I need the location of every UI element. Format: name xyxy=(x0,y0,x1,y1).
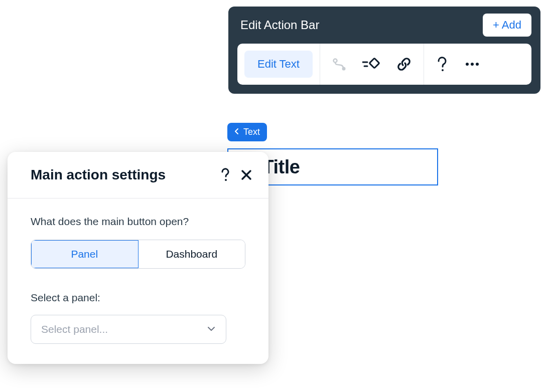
add-button[interactable]: + Add xyxy=(483,14,531,37)
action-bar-title: Edit Action Bar xyxy=(237,18,319,32)
help-icon[interactable] xyxy=(436,56,449,72)
action-toolbar: Edit Text xyxy=(237,44,531,85)
segment-dashboard[interactable]: Dashboard xyxy=(139,240,245,268)
select-panel-dropdown[interactable]: Select panel... xyxy=(31,315,226,344)
chevron-left-icon xyxy=(234,128,239,137)
svg-point-7 xyxy=(471,63,474,66)
svg-point-5 xyxy=(442,69,444,71)
chevron-down-icon xyxy=(207,325,216,334)
svg-rect-4 xyxy=(369,58,379,68)
more-icon[interactable] xyxy=(464,57,480,72)
text-chip-label: Text xyxy=(243,127,260,137)
svg-point-6 xyxy=(466,63,469,66)
text-chip[interactable]: Text xyxy=(227,123,267,141)
settings-help-icon[interactable] xyxy=(220,168,231,182)
edit-text-button[interactable]: Edit Text xyxy=(244,51,313,78)
settings-body: What does the main button open? Panel Da… xyxy=(8,199,268,364)
close-icon[interactable] xyxy=(240,169,252,181)
toolbar-section-icons xyxy=(320,44,424,85)
svg-point-9 xyxy=(225,179,227,181)
svg-point-8 xyxy=(476,63,479,66)
main-action-settings-panel: Main action settings What does the main … xyxy=(8,152,268,364)
link-icon[interactable] xyxy=(396,57,412,72)
svg-point-1 xyxy=(342,67,345,71)
toolbar-section-edit: Edit Text xyxy=(237,44,320,85)
settings-header-icons xyxy=(220,168,252,182)
segment-panel[interactable]: Panel xyxy=(31,240,139,268)
open-target-segmented: Panel Dashboard xyxy=(31,240,245,269)
settings-header: Main action settings xyxy=(8,152,268,199)
select-placeholder: Select panel... xyxy=(41,323,108,335)
select-panel-label: Select a panel: xyxy=(31,292,245,304)
path-icon[interactable] xyxy=(332,57,347,72)
toolbar-section-right xyxy=(424,44,492,85)
edit-action-bar: Edit Action Bar + Add Edit Text xyxy=(228,7,540,94)
settings-title: Main action settings xyxy=(31,167,166,183)
action-bar-header: Edit Action Bar + Add xyxy=(237,14,531,37)
diamond-icon[interactable] xyxy=(362,57,381,72)
question-label: What does the main button open? xyxy=(31,216,245,228)
